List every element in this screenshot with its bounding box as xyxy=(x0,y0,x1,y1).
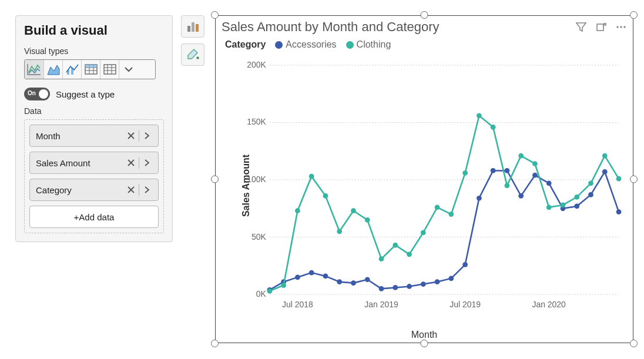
field-pill-category[interactable]: Category xyxy=(29,179,159,201)
svg-rect-8 xyxy=(85,65,97,68)
visual-actions xyxy=(575,21,627,33)
field-options-button[interactable] xyxy=(139,128,155,143)
data-fields-box: Month Sales Amount Category +Add data xyxy=(24,119,164,233)
svg-point-50 xyxy=(337,279,342,284)
field-options-button[interactable] xyxy=(139,182,155,197)
svg-rect-21 xyxy=(192,22,194,32)
chevron-right-icon xyxy=(143,159,151,167)
svg-text:Jan 2019: Jan 2019 xyxy=(364,300,398,309)
vtype-more[interactable] xyxy=(119,60,137,79)
chart-visual-container[interactable]: Sales Amount by Month and Category Categ… xyxy=(215,15,633,343)
chart-plot-area: Sales Amount 0K50K100K150K200KJul 2018Ja… xyxy=(246,59,625,312)
svg-point-93 xyxy=(574,194,579,200)
focus-icon xyxy=(595,21,607,33)
line-chart-icon xyxy=(27,63,41,76)
legend-label: Clothing xyxy=(357,39,391,50)
resize-handle[interactable] xyxy=(630,340,638,347)
y-axis-label: Sales Amount xyxy=(241,155,251,217)
toggle-knob xyxy=(39,89,48,99)
vtype-area-chart[interactable] xyxy=(43,60,62,79)
vtype-combo-chart[interactable] xyxy=(62,60,81,79)
svg-point-56 xyxy=(421,281,426,287)
remove-field-button[interactable] xyxy=(123,182,139,197)
build-tab-button[interactable] xyxy=(181,15,204,38)
remove-field-button[interactable] xyxy=(123,128,139,143)
svg-point-88 xyxy=(505,183,510,188)
chart-legend: Category Accessories Clothing xyxy=(225,39,395,50)
add-data-label: +Add data xyxy=(74,212,115,222)
svg-point-52 xyxy=(365,277,370,282)
svg-text:200K: 200K xyxy=(247,60,266,69)
table-icon xyxy=(84,63,98,76)
svg-point-85 xyxy=(462,170,468,176)
filter-icon xyxy=(575,21,587,33)
x-axis-label: Month xyxy=(411,330,437,340)
legend-label: Accessories xyxy=(286,39,336,50)
svg-text:Jul 2018: Jul 2018 xyxy=(282,300,313,309)
svg-point-68 xyxy=(588,192,593,197)
filter-button[interactable] xyxy=(575,21,587,33)
resize-handle[interactable] xyxy=(630,176,638,183)
svg-point-67 xyxy=(574,204,579,209)
svg-rect-20 xyxy=(187,26,190,32)
field-pill-sales-amount[interactable]: Sales Amount xyxy=(29,152,159,174)
svg-point-72 xyxy=(281,283,286,288)
combo-chart-icon xyxy=(65,63,79,76)
vtype-table[interactable] xyxy=(81,60,100,79)
bar-chart-icon xyxy=(186,20,200,33)
svg-rect-9 xyxy=(104,65,116,74)
resize-handle[interactable] xyxy=(211,11,219,19)
add-data-button[interactable]: +Add data xyxy=(29,206,159,228)
svg-point-54 xyxy=(393,285,398,290)
legend-item-clothing[interactable]: Clothing xyxy=(346,39,391,50)
more-options-button[interactable] xyxy=(615,21,627,33)
svg-text:Jul 2019: Jul 2019 xyxy=(450,300,481,309)
svg-point-29 xyxy=(620,26,622,28)
svg-point-87 xyxy=(491,125,496,130)
data-section-label: Data xyxy=(24,106,164,116)
resize-handle[interactable] xyxy=(421,11,428,19)
svg-point-96 xyxy=(616,176,622,182)
svg-point-60 xyxy=(477,196,482,201)
svg-point-48 xyxy=(309,270,314,276)
field-options-button[interactable] xyxy=(139,155,155,170)
svg-text:150K: 150K xyxy=(247,117,266,126)
vtype-line-chart[interactable] xyxy=(25,60,43,79)
field-pill-month[interactable]: Month xyxy=(29,125,159,147)
close-icon xyxy=(127,159,135,167)
svg-point-83 xyxy=(435,204,440,210)
svg-rect-22 xyxy=(196,24,199,32)
suggest-type-toggle[interactable]: On xyxy=(24,88,50,100)
visual-types-label: Visual types xyxy=(24,46,164,56)
resize-handle[interactable] xyxy=(211,340,219,347)
svg-point-51 xyxy=(351,280,356,286)
close-icon xyxy=(127,186,135,194)
resize-handle[interactable] xyxy=(211,176,219,183)
field-name: Month xyxy=(36,131,123,141)
svg-point-57 xyxy=(435,279,440,284)
svg-point-64 xyxy=(532,173,538,178)
vtype-matrix[interactable] xyxy=(100,60,119,79)
svg-point-92 xyxy=(561,203,566,208)
svg-point-61 xyxy=(491,168,496,173)
svg-point-77 xyxy=(351,208,356,213)
svg-point-76 xyxy=(337,229,342,234)
svg-point-94 xyxy=(588,181,593,186)
focus-mode-button[interactable] xyxy=(595,21,607,33)
resize-handle[interactable] xyxy=(630,11,638,19)
resize-handle[interactable] xyxy=(421,340,428,347)
legend-title: Category xyxy=(225,39,266,50)
legend-item-accessories[interactable]: Accessories xyxy=(275,39,336,50)
svg-point-55 xyxy=(407,284,412,289)
svg-point-70 xyxy=(616,209,622,214)
svg-point-75 xyxy=(323,193,328,199)
chevron-right-icon xyxy=(143,132,151,140)
svg-text:0K: 0K xyxy=(256,289,267,298)
svg-point-74 xyxy=(309,174,314,179)
remove-field-button[interactable] xyxy=(123,155,139,170)
format-tab-button[interactable] xyxy=(181,43,204,66)
svg-point-95 xyxy=(602,153,608,159)
svg-rect-26 xyxy=(597,24,603,31)
ellipsis-icon xyxy=(615,21,627,33)
svg-marker-0 xyxy=(48,65,59,75)
